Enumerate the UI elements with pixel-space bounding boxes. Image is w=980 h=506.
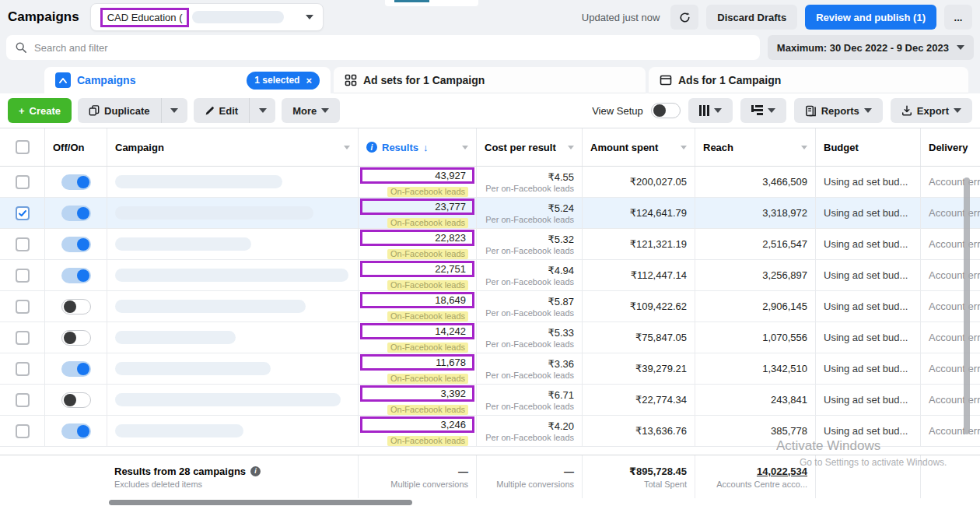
col-campaign[interactable]: Campaign bbox=[107, 128, 358, 166]
row-checkbox[interactable] bbox=[16, 362, 30, 376]
tab-adsets[interactable]: Ad sets for 1 Campaign bbox=[334, 67, 646, 93]
col-cost-per-result[interactable]: Cost per result bbox=[476, 128, 582, 166]
edit-button[interactable]: Edit bbox=[194, 98, 250, 123]
date-range-selector[interactable]: Maximum: 30 Dec 2022 - 9 Dec 2023 bbox=[768, 35, 974, 60]
col-budget[interactable]: Budget bbox=[815, 128, 920, 166]
row-checkbox[interactable] bbox=[16, 331, 30, 345]
results-value-highlight-box: 43,927 bbox=[360, 167, 474, 184]
create-button[interactable]: + Create bbox=[8, 98, 72, 123]
tab-ads[interactable]: Ads for 1 Campaign bbox=[649, 67, 968, 93]
refresh-button[interactable] bbox=[670, 5, 698, 30]
col-reach[interactable]: Reach bbox=[695, 128, 815, 166]
campaign-on-off-toggle[interactable] bbox=[61, 206, 91, 221]
row-checkbox[interactable] bbox=[16, 393, 30, 407]
info-icon[interactable]: i bbox=[250, 466, 261, 476]
amount-spent-cell: ₹112,447.14 bbox=[582, 260, 695, 290]
row-checkbox-cell bbox=[0, 167, 44, 197]
col-delivery[interactable]: Delivery bbox=[920, 128, 980, 166]
tab-bar: Campaigns 1 selected × Ad sets for 1 Cam… bbox=[0, 67, 980, 93]
campaign-name-cell[interactable] bbox=[107, 353, 358, 384]
campaign-name-cell[interactable] bbox=[107, 322, 358, 353]
table-row[interactable]: 43,927 On-Facebook leads ₹4.55 Per on-Fa… bbox=[0, 167, 980, 198]
tab-adsets-label: Ad sets for 1 Campaign bbox=[363, 74, 485, 86]
campaign-on-off-toggle[interactable] bbox=[61, 392, 91, 408]
campaign-name-redacted bbox=[115, 206, 313, 220]
campaign-name-cell[interactable] bbox=[107, 198, 358, 228]
row-checkbox[interactable] bbox=[16, 206, 30, 220]
info-icon[interactable]: i bbox=[366, 142, 377, 153]
campaign-name-cell[interactable] bbox=[107, 260, 358, 290]
results-value-highlight-box: 3,392 bbox=[360, 385, 474, 402]
search-and-filter[interactable] bbox=[6, 35, 760, 60]
campaign-on-off-toggle[interactable] bbox=[61, 268, 91, 283]
table-row[interactable]: 22,751 On-Facebook leads ₹4.94 Per on-Fa… bbox=[0, 260, 980, 291]
results-cell: 18,649 On-Facebook leads bbox=[358, 291, 476, 322]
result-type-highlight: On-Facebook leads bbox=[387, 343, 468, 353]
campaign-on-off-toggle[interactable] bbox=[61, 299, 91, 314]
campaign-name-cell[interactable] bbox=[107, 385, 358, 415]
more-button[interactable]: More bbox=[282, 98, 340, 123]
campaign-on-off-toggle[interactable] bbox=[61, 361, 91, 377]
table-row[interactable]: 22,823 On-Facebook leads ₹5.32 Per on-Fa… bbox=[0, 229, 980, 260]
col-results[interactable]: i Results ↓ bbox=[358, 128, 476, 166]
row-checkbox[interactable] bbox=[16, 269, 30, 283]
campaign-on-off-toggle[interactable] bbox=[61, 237, 91, 252]
vertical-scrollbar-thumb[interactable] bbox=[964, 177, 970, 434]
reports-button[interactable]: Reports bbox=[794, 98, 883, 123]
row-checkbox[interactable] bbox=[16, 300, 30, 314]
campaign-on-off-toggle[interactable] bbox=[61, 174, 91, 190]
table-row[interactable]: 23,777 On-Facebook leads ₹5.24 Per on-Fa… bbox=[0, 198, 980, 229]
review-and-publish-button[interactable]: Review and publish (1) bbox=[805, 5, 936, 30]
row-checkbox[interactable] bbox=[16, 424, 30, 438]
duplicate-button[interactable]: Duplicate bbox=[78, 98, 161, 123]
cost-per-result-cell: ₹4.20 Per on-Facebook leads bbox=[476, 416, 582, 446]
sort-caret-icon[interactable] bbox=[681, 146, 687, 149]
columns-button[interactable] bbox=[688, 98, 733, 123]
campaign-name-cell[interactable] bbox=[107, 229, 358, 259]
results-value-highlight-box: 18,649 bbox=[360, 292, 474, 308]
budget-cell: Using ad set bud... bbox=[815, 229, 920, 259]
campaign-name-cell[interactable] bbox=[107, 291, 358, 322]
chevron-down-icon bbox=[321, 108, 329, 113]
table-row[interactable]: 14,242 On-Facebook leads ₹5.33 Per on-Fa… bbox=[0, 322, 980, 353]
campaign-name-cell[interactable] bbox=[107, 416, 358, 446]
ads-window-icon bbox=[660, 74, 672, 86]
discard-drafts-button[interactable]: Discard Drafts bbox=[706, 5, 797, 30]
edit-dropdown-button[interactable] bbox=[249, 98, 275, 123]
selected-count-badge[interactable]: 1 selected × bbox=[247, 72, 320, 90]
campaign-on-off-toggle[interactable] bbox=[61, 423, 91, 439]
sort-caret-icon[interactable] bbox=[462, 146, 468, 149]
sort-caret-icon[interactable] bbox=[344, 146, 350, 149]
row-toggle-cell bbox=[44, 260, 107, 290]
table-row[interactable]: 3,392 On-Facebook leads ₹6.71 Per on-Fac… bbox=[0, 385, 980, 416]
campaign-name-cell[interactable] bbox=[107, 167, 358, 197]
results-cell: 3,246 On-Facebook leads bbox=[358, 416, 476, 446]
horizontal-scrollbar-thumb[interactable] bbox=[109, 500, 412, 505]
close-icon[interactable]: × bbox=[306, 75, 312, 86]
cost-per-result-cell: ₹5.87 Per on-Facebook leads bbox=[476, 291, 582, 322]
sort-down-arrow: ↓ bbox=[423, 142, 429, 153]
row-checkbox[interactable] bbox=[16, 237, 30, 251]
row-checkbox-cell bbox=[0, 260, 44, 290]
sort-caret-icon[interactable] bbox=[568, 146, 574, 149]
table-row[interactable]: 11,678 On-Facebook leads ₹3.36 Per on-Fa… bbox=[0, 353, 980, 385]
tab-campaigns[interactable]: Campaigns 1 selected × bbox=[44, 67, 331, 93]
breakdown-button[interactable] bbox=[740, 98, 786, 123]
more-options-button[interactable]: ... bbox=[944, 5, 972, 30]
search-input[interactable] bbox=[34, 42, 751, 54]
account-selector-dropdown[interactable]: CAD Education ( bbox=[90, 3, 324, 31]
col-amount-spent[interactable]: Amount spent bbox=[582, 128, 695, 166]
cost-per-result-cell: ₹5.32 Per on-Facebook leads bbox=[476, 229, 582, 259]
table-row[interactable]: 18,649 On-Facebook leads ₹5.87 Per on-Fa… bbox=[0, 291, 980, 322]
col-off-on[interactable]: Off/On bbox=[44, 128, 107, 166]
row-checkbox[interactable] bbox=[16, 175, 30, 189]
sort-caret-icon[interactable] bbox=[801, 146, 807, 149]
view-setup-toggle[interactable] bbox=[651, 103, 681, 118]
reach-cell: 1,070,556 bbox=[695, 322, 815, 353]
duplicate-dropdown-button[interactable] bbox=[161, 98, 187, 123]
select-all-checkbox[interactable] bbox=[16, 140, 30, 154]
results-cell: 14,242 On-Facebook leads bbox=[358, 322, 476, 353]
export-button[interactable]: Export bbox=[891, 98, 972, 123]
account-name-highlighted: CAD Education ( bbox=[100, 8, 190, 27]
campaign-on-off-toggle[interactable] bbox=[61, 330, 91, 346]
